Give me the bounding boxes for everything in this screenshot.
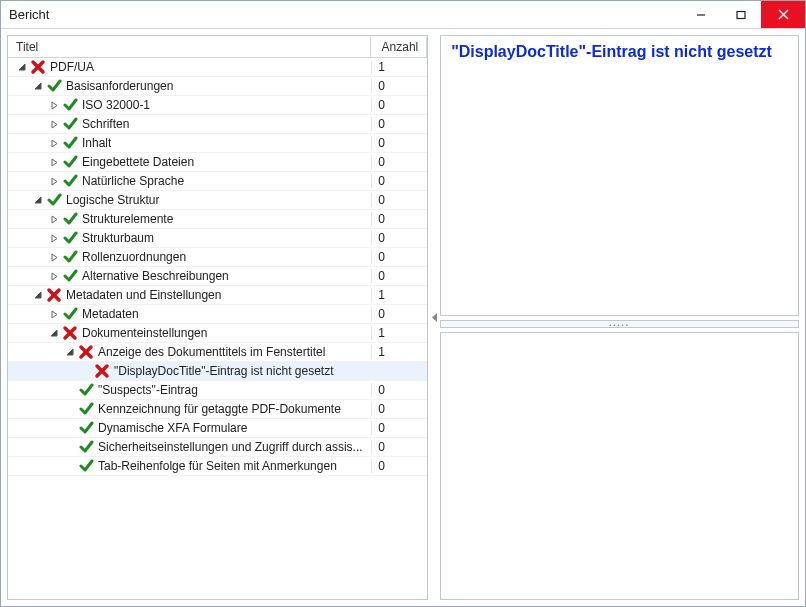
tree-row-security[interactable]: Sicherheitseinstellungen und Zugriff dur…	[8, 438, 427, 457]
tree-row-count: 1	[371, 345, 427, 359]
tree-row-count: 0	[371, 212, 427, 226]
minimize-button[interactable]	[681, 1, 721, 28]
collapse-icon[interactable]	[32, 80, 44, 92]
tree-row-suspects[interactable]: "Suspects"-Eintrag0	[8, 381, 427, 400]
tree-row-structel[interactable]: Strukturelemente0	[8, 210, 427, 229]
tree-row-taborder[interactable]: Tab-Reihenfolge für Seiten mit Anmerkung…	[8, 457, 427, 476]
checkmark-icon	[62, 249, 78, 265]
tree-row-count: 0	[371, 383, 427, 397]
tree-row-label: Schriften	[82, 117, 129, 131]
tree-row-count: 0	[371, 231, 427, 245]
tree-row-altdesc[interactable]: Alternative Beschreibungen0	[8, 267, 427, 286]
tree-row-count: 0	[371, 98, 427, 112]
tree-row-count: 0	[371, 193, 427, 207]
tree-row-tagmark[interactable]: Kennzeichnung für getaggte PDF-Dokumente…	[8, 400, 427, 419]
maximize-button[interactable]	[721, 1, 761, 28]
tree-row-main: "Suspects"-Eintrag	[8, 382, 371, 398]
close-button[interactable]	[761, 1, 805, 28]
tree-row-embed[interactable]: Eingebettete Dateien0	[8, 153, 427, 172]
expand-icon[interactable]	[48, 137, 60, 149]
tree-row-main: Schriften	[8, 116, 371, 132]
tree-row-main: Logische Struktur	[8, 192, 371, 208]
expand-icon[interactable]	[48, 308, 60, 320]
expand-icon[interactable]	[48, 118, 60, 130]
detail-pane: "DisplayDocTitle"-Eintrag ist nicht gese…	[440, 35, 799, 316]
expand-icon[interactable]	[48, 99, 60, 111]
tree-body[interactable]: PDF/UA1Basisanforderungen0ISO 32000-10Sc…	[8, 58, 427, 599]
tree-row-roles[interactable]: Rollenzuordnungen0	[8, 248, 427, 267]
tree-row-schriften[interactable]: Schriften0	[8, 115, 427, 134]
tree-row-displaydoctitle[interactable]: "DisplayDocTitle"-Eintrag ist nicht gese…	[8, 362, 427, 381]
collapse-icon[interactable]	[16, 61, 28, 73]
tree-row-label: Metadaten	[82, 307, 139, 321]
tree-row-label: Basisanforderungen	[66, 79, 173, 93]
svg-marker-30	[432, 313, 437, 322]
checkmark-icon	[46, 78, 62, 94]
tree-row-label: Strukturbaum	[82, 231, 154, 245]
svg-marker-8	[52, 102, 57, 109]
tree-row-count: 0	[371, 155, 427, 169]
column-header-title[interactable]: Titel	[8, 37, 371, 57]
error-x-icon	[94, 363, 110, 379]
tree-row-main: Kennzeichnung für getaggte PDF-Dokumente	[8, 401, 371, 417]
error-x-icon	[46, 287, 62, 303]
checkmark-icon	[62, 268, 78, 284]
collapse-icon[interactable]	[32, 289, 44, 301]
tree-row-main: Rollenzuordnungen	[8, 249, 371, 265]
tree-row-structtree[interactable]: Strukturbaum0	[8, 229, 427, 248]
tree-row-anzeige[interactable]: Anzeige des Dokumenttitels im Fenstertit…	[8, 343, 427, 362]
vertical-splitter[interactable]	[430, 35, 438, 600]
expand-icon[interactable]	[48, 213, 60, 225]
checkmark-icon	[62, 116, 78, 132]
tree-row-label: Kennzeichnung für getaggte PDF-Dokumente	[98, 402, 341, 416]
tree-row-main: Metadaten und Einstellungen	[8, 287, 371, 303]
tree-row-metaset[interactable]: Metadaten und Einstellungen1	[8, 286, 427, 305]
svg-marker-18	[35, 292, 41, 298]
tree-row-count: 0	[371, 174, 427, 188]
expand-icon[interactable]	[48, 232, 60, 244]
tree-row-count: 0	[371, 402, 427, 416]
svg-marker-11	[52, 159, 57, 166]
tree-row-docset[interactable]: Dokumenteinstellungen1	[8, 324, 427, 343]
column-header-count[interactable]: Anzahl	[371, 37, 427, 57]
checkmark-icon	[62, 97, 78, 113]
tree-row-main: Eingebettete Dateien	[8, 154, 371, 170]
tree-row-label: Alternative Beschreibungen	[82, 269, 229, 283]
collapse-icon[interactable]	[32, 194, 44, 206]
tree-row-count: 1	[371, 60, 427, 74]
tree-row-lang[interactable]: Natürliche Sprache0	[8, 172, 427, 191]
tree-row-count: 1	[371, 288, 427, 302]
svg-marker-14	[52, 216, 57, 223]
expand-icon[interactable]	[48, 156, 60, 168]
tree-row-inhalt[interactable]: Inhalt0	[8, 134, 427, 153]
checkmark-icon	[62, 211, 78, 227]
tree-row-label: Logische Struktur	[66, 193, 159, 207]
expand-icon[interactable]	[48, 251, 60, 263]
tree-row-main: Sicherheitseinstellungen und Zugriff dur…	[8, 439, 371, 455]
tree-row-main: Dynamische XFA Formulare	[8, 420, 371, 436]
error-x-icon	[62, 325, 78, 341]
svg-marker-25	[67, 349, 73, 355]
tree-row-label: Anzeige des Dokumenttitels im Fenstertit…	[98, 345, 325, 359]
collapse-icon[interactable]	[48, 327, 60, 339]
tree-row-basis[interactable]: Basisanforderungen0	[8, 77, 427, 96]
tree-row-metadata[interactable]: Metadaten0	[8, 305, 427, 324]
tree-row-main: PDF/UA	[8, 59, 371, 75]
tree-row-label: Rollenzuordnungen	[82, 250, 186, 264]
collapse-icon[interactable]	[64, 346, 76, 358]
expand-icon[interactable]	[48, 270, 60, 282]
tree-row-pdfua[interactable]: PDF/UA1	[8, 58, 427, 77]
expand-icon[interactable]	[48, 175, 60, 187]
tree-row-xfa[interactable]: Dynamische XFA Formulare0	[8, 419, 427, 438]
report-window: Bericht Titel Anzahl PDF/UA1Basisanforde…	[0, 0, 806, 607]
tree-row-main: Dokumenteinstellungen	[8, 325, 371, 341]
detail-message: "DisplayDocTitle"-Eintrag ist nicht gese…	[451, 42, 788, 63]
tree-row-label: Dynamische XFA Formulare	[98, 421, 247, 435]
no-toggle	[64, 403, 76, 415]
tree-row-count: 0	[371, 421, 427, 435]
tree-row-label: ISO 32000-1	[82, 98, 150, 112]
tree-row-logik[interactable]: Logische Struktur0	[8, 191, 427, 210]
tree-row-iso[interactable]: ISO 32000-10	[8, 96, 427, 115]
checkmark-icon	[62, 230, 78, 246]
horizontal-splitter[interactable]: •••••	[440, 320, 799, 328]
